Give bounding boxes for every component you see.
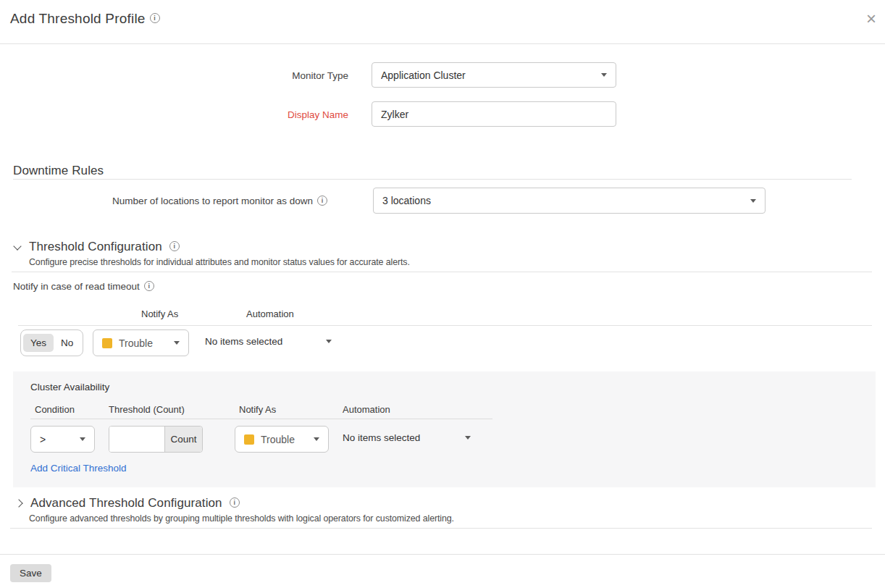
read-timeout-notify-as-select[interactable]: Trouble (93, 329, 189, 356)
cluster-availability-panel: Cluster Availability Condition Threshold… (13, 371, 876, 487)
threshold-count-header: Threshold (Count) (109, 404, 185, 415)
read-timeout-toggle: Yes No (20, 329, 83, 356)
condition-value: > (40, 434, 46, 445)
locations-value: 3 locations (382, 195, 431, 206)
read-timeout-notify-as-value: Trouble (119, 337, 153, 349)
read-timeout-automation-select[interactable]: No items selected (205, 336, 332, 347)
toggle-yes-button[interactable]: Yes (23, 334, 54, 352)
info-icon[interactable]: i (150, 13, 160, 23)
advanced-threshold-configuration-header[interactable]: Advanced Threshold Configuration i (16, 496, 240, 511)
threshold-count-input[interactable] (109, 427, 164, 452)
trouble-severity-swatch-icon (244, 434, 254, 445)
info-icon[interactable]: i (144, 281, 154, 291)
cluster-notify-as-value: Trouble (261, 434, 295, 445)
locations-select[interactable]: 3 locations (373, 188, 766, 214)
cluster-notify-as-select[interactable]: Trouble (235, 426, 329, 453)
threshold-configuration-subtitle: Configure precise thresholds for individ… (29, 257, 410, 267)
read-timeout-label: Notify in case of read timeout (13, 281, 140, 292)
downtime-rules-heading: Downtime Rules (13, 164, 104, 178)
monitor-type-label: Monitor Type (203, 70, 348, 81)
chevron-down-icon (13, 242, 21, 250)
chevron-down-icon (326, 340, 332, 343)
severity-option: Trouble (102, 337, 153, 349)
read-timeout-notify-as-header: Notify As (141, 308, 178, 319)
notify-as-header: Notify As (239, 404, 276, 415)
threshold-configuration-divider (12, 272, 872, 272)
cluster-availability-title: Cluster Availability (30, 382, 109, 392)
advanced-threshold-configuration-title: Advanced Threshold Configuration (30, 496, 222, 511)
monitor-type-value: Application Cluster (381, 70, 466, 81)
info-icon[interactable]: i (169, 241, 180, 251)
header-divider (0, 43, 885, 44)
page-title: Add Threshold Profile (10, 11, 146, 27)
save-button[interactable]: Save (10, 564, 51, 582)
chevron-down-icon (750, 199, 756, 203)
condition-select[interactable]: > (30, 426, 95, 453)
locations-label-wrap: Number of locations to report monitor as… (43, 196, 327, 206)
count-unit-addon: Count (164, 427, 202, 452)
chevron-down-icon (80, 437, 85, 441)
display-name-input[interactable] (372, 101, 616, 127)
threshold-configuration-title: Threshold Configuration (29, 240, 162, 254)
read-timeout-automation-header: Automation (246, 308, 294, 319)
add-threshold-profile-dialog: { "dialog": { "title": "Add Threshold Pr… (0, 0, 885, 588)
cluster-header-divider (30, 419, 492, 419)
toggle-no-button[interactable]: No (54, 334, 80, 352)
cluster-automation-select[interactable]: No items selected (343, 432, 471, 443)
display-name-label: Display Name (203, 109, 348, 120)
locations-label: Number of locations to report monitor as… (112, 196, 313, 206)
chevron-right-icon (14, 499, 22, 507)
info-icon[interactable]: i (317, 196, 327, 206)
severity-option: Trouble (244, 434, 295, 445)
monitor-type-select[interactable]: Application Cluster (372, 62, 616, 88)
chevron-down-icon (314, 437, 319, 441)
chevron-down-icon (601, 73, 607, 77)
automation-header: Automation (343, 404, 390, 415)
trouble-severity-swatch-icon (102, 338, 112, 348)
add-critical-threshold-link[interactable]: Add Critical Threshold (30, 463, 127, 474)
read-timeout-header-divider (18, 325, 872, 326)
downtime-rules-divider (13, 179, 852, 180)
chevron-down-icon (465, 436, 471, 440)
chevron-down-icon (174, 341, 180, 345)
condition-header: Condition (35, 404, 75, 415)
advanced-threshold-configuration-subtitle: Configure advanced thresholds by groupin… (29, 513, 454, 524)
info-icon[interactable]: i (230, 497, 240, 508)
footer-divider (0, 554, 885, 555)
read-timeout-label-wrap: Notify in case of read timeouti (13, 281, 154, 292)
threshold-count-group: Count (109, 426, 203, 453)
threshold-configuration-header[interactable]: Threshold Configuration i (14, 240, 180, 254)
close-icon[interactable]: × (866, 10, 876, 28)
advanced-divider (10, 528, 872, 529)
cluster-automation-value: No items selected (343, 432, 420, 443)
read-timeout-automation-value: No items selected (205, 336, 282, 347)
